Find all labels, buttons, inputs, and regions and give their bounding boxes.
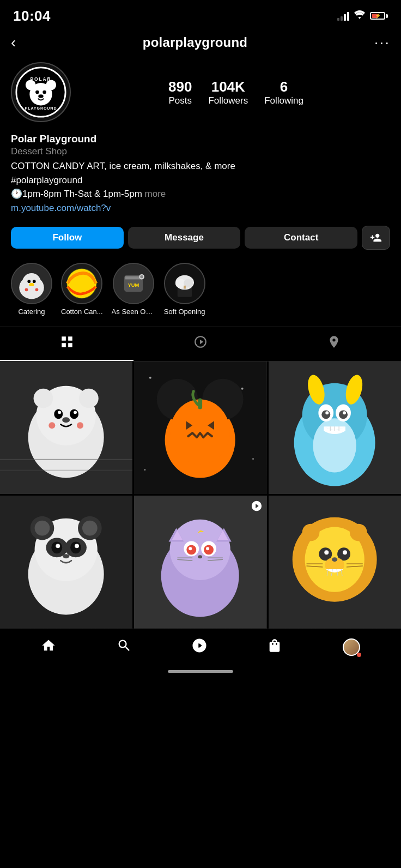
svg-point-48 (149, 377, 151, 379)
signal-icon (337, 11, 349, 21)
svg-point-39 (70, 409, 78, 419)
notification-dot (357, 653, 361, 657)
bio-category: Dessert Shop (11, 146, 390, 157)
svg-point-51 (144, 469, 146, 471)
svg-point-78 (82, 521, 98, 536)
svg-point-38 (54, 409, 63, 419)
tagged-icon (327, 335, 341, 352)
highlight-asseen-label: As Seen On... (112, 308, 155, 316)
posts-stat[interactable]: 890 Posts (168, 79, 192, 106)
svg-point-99 (198, 556, 203, 559)
svg-point-43 (48, 422, 55, 429)
posts-label: Posts (168, 95, 192, 106)
tab-tagged[interactable] (268, 327, 401, 361)
svg-point-40 (58, 411, 61, 414)
svg-point-15 (25, 288, 28, 292)
svg-point-83 (56, 544, 60, 548)
reel-badge (251, 500, 263, 515)
svg-point-25 (140, 275, 143, 279)
svg-point-66 (339, 410, 348, 419)
profile-info: POLAR PLAYGROUND 890 Posts 104K Follower… (0, 58, 401, 131)
svg-point-50 (252, 458, 254, 460)
nav-profile[interactable] (341, 636, 362, 658)
nav-shop[interactable] (265, 636, 284, 659)
battery-icon: ⚡ (370, 12, 388, 20)
svg-point-114 (332, 558, 337, 562)
highlight-cotton-candy[interactable]: Cotton Can... (61, 263, 103, 316)
search-icon (117, 638, 132, 657)
grid-item-3[interactable] (269, 361, 401, 494)
svg-point-41 (74, 411, 77, 414)
bio-more-button[interactable]: more (145, 189, 166, 199)
followers-label: Followers (208, 95, 248, 106)
highlight-catering[interactable]: Catering (11, 263, 52, 316)
tab-reels[interactable] (133, 327, 267, 361)
following-stat[interactable]: 6 Following (264, 79, 303, 106)
svg-point-12 (27, 280, 31, 283)
svg-point-36 (34, 389, 53, 408)
svg-point-4 (35, 91, 39, 94)
nav-reels[interactable] (190, 636, 209, 659)
bio-section: Polar Playground Dessert Shop COTTON CAN… (0, 131, 401, 224)
photo-grid (0, 361, 401, 629)
svg-point-37 (79, 389, 99, 408)
svg-text:PLAYGROUND: PLAYGROUND (25, 106, 57, 110)
reels-nav-icon (192, 638, 207, 657)
grid-item-2[interactable] (134, 361, 266, 494)
grid-item-6[interactable] (269, 496, 401, 628)
highlight-catering-label: Catering (18, 308, 45, 316)
svg-point-111 (324, 551, 329, 555)
svg-point-97 (189, 547, 192, 551)
posts-value: 890 (168, 79, 192, 95)
home-bar (168, 670, 233, 673)
bio-display-name: Polar Playground (11, 133, 390, 145)
reels-icon (193, 335, 208, 352)
grid-icon (60, 335, 74, 352)
wifi-icon (354, 10, 366, 22)
followers-value: 104K (211, 79, 245, 95)
follow-button[interactable]: Follow (11, 227, 124, 249)
home-icon (41, 638, 56, 657)
home-indicator (0, 666, 401, 677)
svg-point-98 (206, 547, 209, 551)
tab-grid[interactable] (0, 327, 133, 361)
svg-point-108 (350, 524, 367, 541)
bio-link[interactable]: m.youtube.com/watch?v (11, 203, 111, 213)
svg-point-14 (29, 283, 34, 286)
shop-icon (267, 638, 282, 657)
profile-username: polarplayground (143, 35, 247, 50)
highlight-soft-opening[interactable]: Soft Opening (164, 263, 205, 316)
svg-point-5 (42, 91, 46, 94)
following-label: Following (264, 95, 303, 106)
avatar[interactable]: POLAR PLAYGROUND (11, 62, 71, 122)
svg-point-85 (63, 554, 69, 559)
svg-point-68 (343, 411, 346, 414)
highlights: Catering Cotton Can... YUM (0, 258, 401, 327)
highlight-as-seen[interactable]: YUM As Seen On... (112, 263, 155, 316)
nav-home[interactable] (39, 636, 58, 659)
svg-point-13 (33, 280, 36, 283)
svg-text:YUM: YUM (127, 282, 139, 288)
add-friend-button[interactable] (362, 226, 390, 250)
grid-item-4[interactable] (0, 496, 132, 628)
svg-point-16 (35, 288, 39, 292)
svg-rect-46 (0, 470, 132, 471)
svg-point-76 (35, 521, 50, 536)
grid-item-1[interactable] (0, 361, 132, 494)
contact-button[interactable]: Contact (245, 227, 357, 249)
followers-stat[interactable]: 104K Followers (208, 79, 248, 106)
svg-point-65 (321, 410, 330, 419)
back-button[interactable]: ‹ (11, 34, 16, 51)
svg-point-88 (170, 520, 230, 580)
more-options-button[interactable]: ··· (374, 34, 390, 51)
status-icons: ⚡ (337, 10, 388, 22)
following-value: 6 (280, 79, 288, 95)
status-bar: 10:04 ⚡ (0, 0, 401, 29)
svg-point-112 (343, 551, 347, 555)
svg-point-42 (62, 417, 70, 423)
grid-item-5[interactable] (134, 496, 266, 628)
bottom-nav (0, 629, 401, 666)
message-button[interactable]: Message (128, 227, 241, 249)
nav-search[interactable] (114, 636, 134, 659)
action-buttons: Follow Message Contact (0, 224, 401, 258)
